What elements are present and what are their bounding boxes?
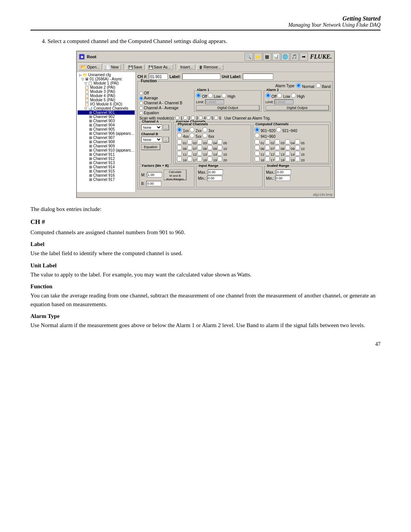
tree-item-ch911[interactable]: ⊞ Channel 911 <box>78 152 135 157</box>
phys-cb-19[interactable]: 19 <box>207 157 217 162</box>
comp-901-920[interactable]: 901~920 <box>255 127 276 133</box>
tree-item-module6[interactable]: 📋 I/O Module 6 (DIO) <box>78 102 135 106</box>
channel-b-button[interactable]: ... <box>163 137 169 142</box>
scaled-min-input[interactable] <box>275 176 290 181</box>
alarm1-off[interactable]: Off <box>196 93 207 99</box>
phys-cb-14[interactable]: 14 <box>207 151 217 157</box>
input-min-input[interactable] <box>207 176 222 181</box>
phys-cb-05[interactable]: 05 <box>217 139 227 145</box>
alarm2-limit-input[interactable] <box>274 99 293 104</box>
radio-channel-ab-input[interactable] <box>139 101 143 105</box>
toolbar-icon-music[interactable]: 🎵 <box>290 53 299 61</box>
comp-cb-14[interactable]: 14 <box>285 151 295 157</box>
toolbar-icon-globe[interactable]: 🌐 <box>281 53 290 61</box>
phys-cb-18[interactable]: 18 <box>197 157 207 162</box>
comp-cb-08[interactable]: 08 <box>275 145 285 151</box>
comp-cb-16[interactable]: 16 <box>255 157 264 162</box>
comp-cb-02[interactable]: 02 <box>265 139 275 145</box>
tree-item-module4[interactable]: 📋 Module 4 (PAI) <box>78 94 135 98</box>
comp-cb-01[interactable]: 01 <box>255 139 264 145</box>
comp-cb-12[interactable]: 12 <box>265 151 275 157</box>
phys-5xx[interactable]: 5xx <box>190 133 201 139</box>
tree-item-ch909[interactable]: ⊞ Channel 909 <box>78 144 135 148</box>
toolbar-icon-chart[interactable]: 📊 <box>272 53 280 61</box>
tree-item-ch907[interactable]: ⊞ Channel 907 <box>78 136 135 140</box>
tree-item-ch902[interactable]: ⊞ Channel 902 <box>78 115 135 119</box>
phys-cb-04[interactable]: 04 <box>207 139 217 145</box>
new-button[interactable]: 📄 New <box>104 64 121 70</box>
alarm2-digital-out-button[interactable]: Digital Output <box>266 105 329 110</box>
comp-cb-18[interactable]: 18 <box>275 157 285 162</box>
tree-item-ch905[interactable]: ⊞ Channel 905 <box>78 127 135 131</box>
alarm1-limit-input[interactable] <box>205 99 224 104</box>
phys-cb-20[interactable]: 20 <box>217 157 227 162</box>
scan-mod6[interactable]: 6 <box>214 116 221 120</box>
tree-item-module1[interactable]: ▽📋 Module 1 (PAI) <box>78 81 135 85</box>
alarm-normal-radio[interactable]: Normal <box>296 83 314 89</box>
tree-item-ch915[interactable]: ⊞ Channel 915 <box>78 169 135 173</box>
tree-item-ch914[interactable]: ⊞ Channel 914 <box>78 165 135 169</box>
open-button[interactable]: 📂 Open... <box>78 64 102 70</box>
comp-921-940[interactable]: 921~940 <box>276 127 297 133</box>
alarm1-digital-out-button[interactable]: Digital Output <box>196 105 260 110</box>
phys-cb-01[interactable]: 01 <box>177 139 187 145</box>
tree-item-unnamed[interactable]: ▷📁 Unnamed cfg <box>78 73 135 77</box>
tree-item-ch903[interactable]: ⊞ Channel 903 <box>78 119 135 123</box>
toolbar-icon-grid[interactable]: ▦ <box>263 53 271 61</box>
tree-item-computed[interactable]: ▽📊 Computed Channels <box>78 106 135 110</box>
tree-item-ch917[interactable]: ⊞ Channel 917 <box>78 177 135 182</box>
tree-item-ch904[interactable]: ⊞ Channel 904 <box>78 123 135 127</box>
scaled-max-input[interactable] <box>276 169 291 175</box>
comp-cb-05[interactable]: 05 <box>295 139 305 145</box>
phys-cb-09[interactable]: 09 <box>207 145 217 151</box>
scan-mod5[interactable]: 5 <box>207 116 213 120</box>
phys-1xx[interactable]: 1xx <box>177 127 189 133</box>
comp-cb-03[interactable]: 03 <box>275 139 285 145</box>
phys-4xx[interactable]: 4xx <box>177 133 189 139</box>
phys-2xx[interactable]: 2xx <box>190 127 201 133</box>
remove-button[interactable]: 🗑 Remove... <box>197 64 223 70</box>
tree-item-ch910[interactable]: ⊞ Channel 910 (appears as 909) <box>78 148 135 152</box>
tree-item-ch901[interactable]: ⊞ Channel 901 <box>78 110 135 115</box>
channel-b-select[interactable]: None <box>141 137 162 142</box>
phys-cb-03[interactable]: 03 <box>197 139 207 145</box>
label-input[interactable] <box>182 73 220 80</box>
tree-item-module2[interactable]: 📋 Module 2 (PAI) <box>78 85 135 89</box>
toolbar-icon-arrow[interactable]: ➡ <box>299 53 308 61</box>
phys-6xx[interactable]: 6xx <box>202 133 214 139</box>
tree-item-ch913[interactable]: ⊞ Channel 913 <box>78 161 135 165</box>
tree-item-module3[interactable]: 📋 Module 3 (PAI) <box>78 89 135 94</box>
factor-b-input[interactable] <box>146 181 161 186</box>
channel-a-button[interactable]: ... <box>163 125 169 130</box>
channel-a-select[interactable]: None <box>141 125 162 130</box>
equation-button[interactable]: Equation <box>141 144 160 150</box>
input-max-input[interactable] <box>208 169 223 175</box>
phys-cb-13[interactable]: 13 <box>197 151 207 157</box>
comp-cb-11[interactable]: 11 <box>255 151 264 157</box>
phys-cb-10[interactable]: 10 <box>217 145 227 151</box>
comp-cb-09[interactable]: 09 <box>285 145 295 151</box>
phys-cb-06[interactable]: 06 <box>177 145 187 151</box>
phys-cb-16[interactable]: 16 <box>177 157 187 162</box>
radio-average-input[interactable] <box>139 96 143 100</box>
tree-item-01[interactable]: ▽🖥 01 (2686A) - Async <box>78 77 135 81</box>
radio-off-input[interactable] <box>139 91 143 95</box>
calculate-button[interactable]: Calculate M and B from Ranges <box>164 169 186 180</box>
phys-3xx[interactable]: 3xx <box>202 127 214 133</box>
alarm2-high[interactable]: High <box>291 93 305 99</box>
comp-cb-04[interactable]: 04 <box>285 139 295 145</box>
tree-item-ch906[interactable]: ⊞ Channel 906 (appears as 905 duplicate) <box>78 131 135 136</box>
comp-cb-17[interactable]: 17 <box>265 157 275 162</box>
comp-cb-15[interactable]: 15 <box>295 151 305 157</box>
comp-cb-10[interactable]: 10 <box>295 145 305 151</box>
comp-cb-13[interactable]: 13 <box>275 151 285 157</box>
toolbar-icon-star[interactable]: ⭐ <box>254 53 262 61</box>
toolbar-icon-search[interactable]: 🔍 <box>245 53 253 61</box>
phys-cb-07[interactable]: 07 <box>187 145 197 151</box>
alarm-band-radio[interactable]: Band <box>316 83 331 89</box>
save-button[interactable]: 💾 Save <box>126 64 145 70</box>
phys-cb-15[interactable]: 15 <box>217 151 227 157</box>
comp-cb-19[interactable]: 19 <box>285 157 295 162</box>
comp-cb-06[interactable]: 06 <box>255 145 264 151</box>
tree-item-ch916[interactable]: ⊞ Channel 916 <box>78 173 135 177</box>
